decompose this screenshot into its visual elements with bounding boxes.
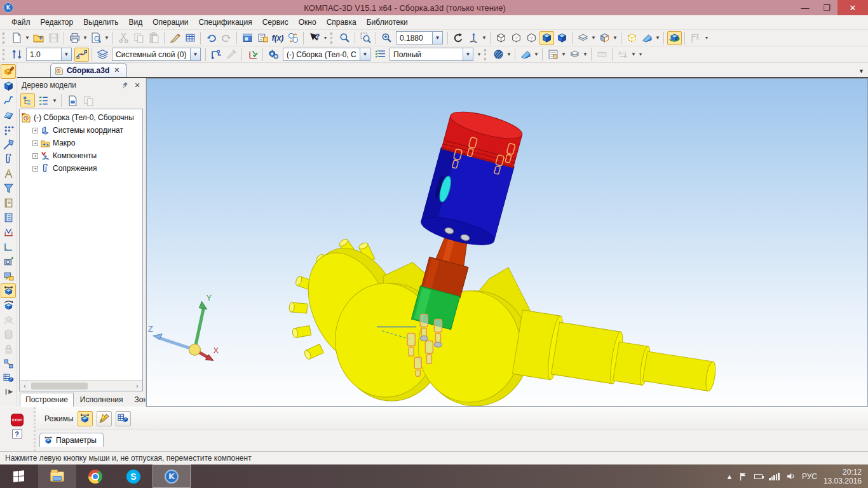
- wireframe-button[interactable]: [494, 31, 508, 45]
- edit-in-context-button[interactable]: [266, 48, 281, 62]
- scroll-left-icon[interactable]: ‹: [20, 383, 30, 390]
- hidden-lines-button[interactable]: [509, 31, 524, 45]
- tree-horizontal-scrollbar[interactable]: ‹ ›: [20, 380, 142, 391]
- menu-view[interactable]: Вид: [124, 16, 148, 29]
- shaded-button[interactable]: [539, 31, 554, 45]
- menu-editor[interactable]: Редактор: [36, 16, 79, 29]
- expand-icon[interactable]: +: [32, 166, 38, 172]
- scale-combo-arrow[interactable]: ▼: [432, 32, 442, 44]
- solid-style-button[interactable]: [519, 48, 533, 62]
- new-document-dropdown[interactable]: ▼: [24, 31, 31, 45]
- simplified-display-button[interactable]: [576, 31, 590, 45]
- volume-icon[interactable]: [786, 471, 796, 481]
- mates-button[interactable]: [1, 152, 16, 166]
- section-display-dropdown[interactable]: ▼: [612, 31, 618, 45]
- minimize-button[interactable]: —: [794, 0, 816, 15]
- lock-component-button[interactable]: [1, 342, 16, 356]
- action-center-flag-icon[interactable]: [739, 472, 748, 481]
- renumber-button[interactable]: [286, 31, 301, 45]
- piston[interactable]: [419, 106, 526, 250]
- scrollbar-thumb[interactable]: [31, 383, 88, 390]
- layers-button[interactable]: [95, 48, 110, 62]
- properties-button[interactable]: [183, 31, 198, 45]
- material-hatch-dropdown[interactable]: ▼: [506, 48, 512, 62]
- tree-item-mates[interactable]: + Сопряжения: [20, 162, 142, 175]
- battery-icon[interactable]: [754, 474, 763, 479]
- expand-icon[interactable]: +: [32, 128, 38, 133]
- model-combo-arrow[interactable]: ▼: [360, 48, 370, 60]
- check-document-button[interactable]: [245, 48, 260, 62]
- detail-combo[interactable]: Полный ▼: [390, 48, 473, 61]
- tree-report-button[interactable]: [65, 93, 80, 107]
- tree-composition-button[interactable]: [36, 93, 51, 107]
- network-signal-icon[interactable]: [769, 473, 780, 480]
- array-button[interactable]: [1, 123, 16, 137]
- menu-help[interactable]: Справка: [322, 16, 362, 29]
- copy-button[interactable]: [132, 31, 146, 45]
- print-preview-button[interactable]: [89, 31, 104, 45]
- layers-style-dropdown[interactable]: ▼: [582, 48, 588, 62]
- clock[interactable]: 20:12 13.03.2016: [824, 468, 862, 485]
- properties-toolbar-overflow[interactable]: ▾: [637, 48, 644, 62]
- tree-additional-button[interactable]: [81, 93, 96, 107]
- report-button[interactable]: [1, 210, 16, 225]
- tree-item-components[interactable]: + Компоненты: [20, 149, 142, 162]
- tab-close-icon[interactable]: ✕: [112, 66, 121, 74]
- window-manager-button[interactable]: [240, 31, 255, 45]
- menu-service[interactable]: Сервис: [257, 16, 294, 29]
- toolbar-grip[interactable]: [3, 32, 6, 44]
- paste-button[interactable]: [147, 31, 161, 45]
- surface-button[interactable]: [1, 108, 16, 123]
- add-view-button[interactable]: [1, 254, 16, 269]
- measure-style-button[interactable]: [595, 48, 609, 62]
- orientation-dropdown[interactable]: ▼: [481, 31, 487, 45]
- solid-style-dropdown[interactable]: ▼: [533, 48, 539, 62]
- toolbar-overflow-button[interactable]: ▾: [322, 31, 329, 45]
- tree-item-macro[interactable]: + Макро: [20, 137, 142, 149]
- filter-button[interactable]: [1, 181, 16, 196]
- restore-button[interactable]: ❐: [816, 0, 837, 15]
- menu-specification[interactable]: Спецификация: [193, 16, 257, 29]
- material-hatch-button[interactable]: [491, 48, 506, 62]
- orientation-button[interactable]: [466, 31, 481, 45]
- parameters-tab[interactable]: Параметры: [39, 433, 104, 447]
- menu-window[interactable]: Окно: [294, 16, 322, 29]
- tab-list-dropdown[interactable]: ▼: [858, 68, 864, 74]
- crankshaft-model[interactable]: [289, 234, 721, 406]
- component-mode-button[interactable]: [116, 411, 131, 426]
- tab-versions[interactable]: Исполнения: [75, 393, 128, 407]
- print-button[interactable]: [67, 31, 82, 45]
- edit-part-button[interactable]: [1, 64, 16, 79]
- dimensions-cube-button[interactable]: [625, 31, 639, 45]
- expand-icon[interactable]: +: [32, 140, 38, 146]
- local-csys-button[interactable]: [209, 48, 224, 62]
- scale-combo[interactable]: 0.1880 ▼: [396, 31, 443, 44]
- language-indicator[interactable]: РУС: [802, 472, 817, 481]
- pin-icon[interactable]: [122, 81, 132, 89]
- tab-construction[interactable]: Построение: [20, 393, 74, 407]
- cut-button[interactable]: [116, 31, 131, 45]
- tree-root-item[interactable]: (-) Сборка (Тел-0, Сборочны: [20, 111, 142, 124]
- scroll-right-icon[interactable]: ›: [132, 383, 142, 390]
- stop-button[interactable]: STOP: [11, 414, 24, 426]
- shaded-wireframe-button[interactable]: [555, 31, 569, 45]
- refresh-view-button[interactable]: [451, 31, 466, 45]
- state-toolbar-overflow[interactable]: ▾: [475, 48, 483, 62]
- mate-components-button[interactable]: [1, 356, 16, 371]
- perspective-button[interactable]: [640, 31, 654, 45]
- new-document-button[interactable]: [10, 31, 24, 45]
- move-mode-button[interactable]: [78, 411, 93, 426]
- view-toolbar-grip[interactable]: [330, 32, 334, 44]
- redo-button[interactable]: [219, 31, 234, 45]
- menu-file[interactable]: Файл: [6, 16, 36, 29]
- edit-mode-button[interactable]: [97, 411, 112, 426]
- tree-item-coordinate-systems[interactable]: + Системы координат: [20, 124, 142, 137]
- taskbar-chrome[interactable]: [76, 464, 114, 488]
- detail-combo-arrow[interactable]: ▼: [463, 48, 473, 60]
- show-hidden-icons[interactable]: ▲: [726, 473, 733, 480]
- stamp-dropdown[interactable]: ▼: [560, 48, 567, 62]
- copy-properties-button[interactable]: [168, 31, 182, 45]
- properties-toolbar-grip[interactable]: [484, 49, 488, 60]
- tree-structure-button[interactable]: [20, 93, 35, 107]
- layers-style-button[interactable]: [567, 48, 582, 62]
